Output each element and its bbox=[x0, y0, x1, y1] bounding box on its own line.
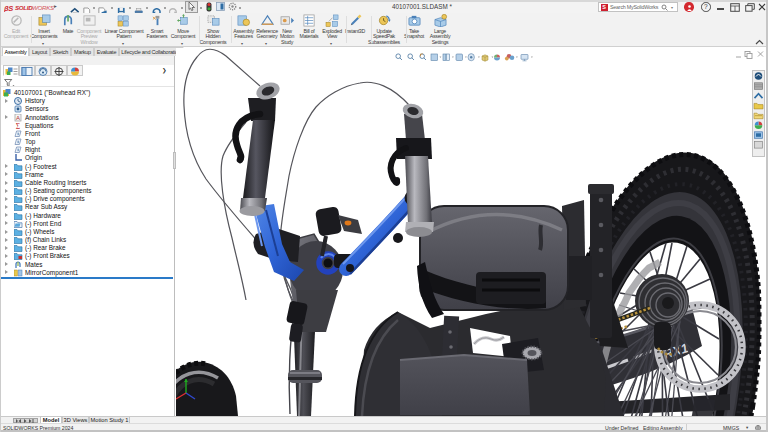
svg-text:βS: βS bbox=[4, 3, 13, 12]
svg-text:Σ: Σ bbox=[16, 122, 20, 130]
svg-text:A: A bbox=[16, 115, 20, 121]
svg-text:SOLID: SOLID bbox=[15, 4, 33, 11]
svg-text:WORKS: WORKS bbox=[32, 4, 55, 11]
